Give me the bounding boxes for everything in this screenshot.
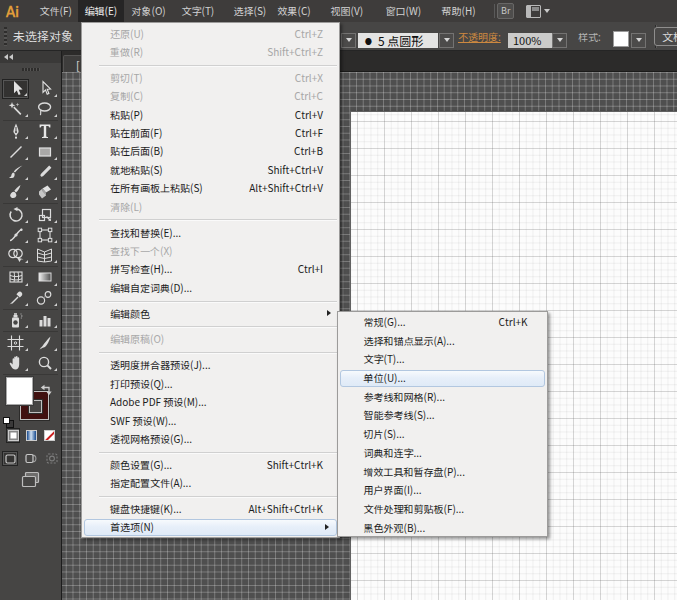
draw-inside-button[interactable] — [44, 451, 60, 466]
menubar-item[interactable]: 窗口(W) — [379, 0, 428, 22]
draw-behind-button[interactable] — [23, 451, 39, 466]
menu-item[interactable]: 首选项(N) — [84, 518, 337, 536]
menu-item[interactable]: 增效工具和暂存盘(P)... — [338, 463, 547, 482]
style-swatch[interactable] — [613, 31, 629, 47]
scale-tool[interactable] — [31, 204, 58, 224]
rotate-tool[interactable] — [2, 204, 29, 224]
menu-item: 复制(C)Ctrl+C — [82, 87, 339, 105]
draw-normal-button[interactable] — [2, 451, 18, 466]
menu-item-label: 还原(U) — [82, 25, 144, 43]
menu-item[interactable]: 编辑颜色 — [82, 305, 339, 323]
pen-tool[interactable] — [2, 121, 29, 141]
menu-separator — [82, 216, 339, 223]
workspace-switcher-button[interactable] — [526, 3, 550, 19]
gradient-tool[interactable] — [31, 267, 58, 287]
bridge-button[interactable]: Br — [497, 3, 514, 19]
menubar-item[interactable]: 帮助(H) — [435, 0, 482, 22]
menu-item[interactable]: 黑色外观(B)... — [338, 519, 547, 538]
menu-item[interactable]: 透明度拼合器预设(J)... — [82, 356, 339, 374]
default-fill-stroke-icon[interactable] — [3, 409, 14, 433]
blend-tool[interactable] — [31, 288, 58, 308]
artboard-tool[interactable] — [2, 333, 29, 353]
menu-item[interactable]: 贴在后面(B)Ctrl+B — [82, 142, 339, 160]
symbol-sprayer-tool[interactable] — [2, 310, 29, 330]
menu-item[interactable]: Adobe PDF 预设(M)... — [82, 393, 339, 411]
blob-brush-tool[interactable] — [2, 182, 29, 202]
menu-item[interactable]: 切片(S)... — [338, 425, 547, 444]
direct-selection-tool[interactable] — [31, 79, 58, 99]
menu-item[interactable]: 打印预设(Q)... — [82, 375, 339, 393]
menu-item[interactable]: 键盘快捷键(K)...Alt+Shift+Ctrl+K — [82, 500, 339, 518]
column-graph-tool[interactable] — [31, 310, 58, 330]
menu-item[interactable]: 在所有画板上粘贴(S)Alt+Shift+Ctrl+V — [82, 179, 339, 197]
menubar-item[interactable]: 文字(T) — [175, 0, 221, 22]
panel-collapse-bar[interactable] — [0, 51, 61, 63]
gradient-button[interactable] — [24, 428, 38, 443]
menu-item[interactable]: 参考线和网格(R)... — [338, 388, 547, 407]
opacity-dropdown-button[interactable] — [552, 33, 567, 48]
toolbar-grip-icon[interactable] — [22, 68, 40, 71]
none-button[interactable] — [42, 428, 56, 443]
mesh-tool[interactable] — [2, 267, 29, 287]
menu-item[interactable]: 就地粘贴(S)Shift+Ctrl+V — [82, 161, 339, 179]
brush-dropdown-button[interactable] — [439, 33, 454, 48]
menu-item[interactable]: 文字(T)... — [338, 350, 547, 369]
shape-builder-tool[interactable] — [2, 245, 29, 265]
free-transform-tool[interactable] — [31, 225, 58, 245]
menubar-item[interactable]: 编辑(E) — [78, 0, 124, 22]
panel-grip-icon[interactable] — [4, 27, 7, 46]
menu-item-label: 用户界面(I)... — [338, 481, 422, 500]
menu-item[interactable]: SWF 预设(W)... — [82, 412, 339, 430]
menu-item[interactable]: 用户界面(I)... — [338, 481, 547, 500]
menubar-item[interactable]: 对象(O) — [125, 0, 172, 22]
menu-item[interactable]: 编辑自定词典(D)... — [82, 279, 339, 297]
opacity-link[interactable]: 不透明度: — [458, 22, 501, 51]
eraser-tool[interactable] — [31, 182, 58, 202]
menu-item-shortcut: Ctrl+B — [294, 142, 339, 160]
menu-item[interactable]: 智能参考线(S)... — [338, 406, 547, 425]
menu-item-label: SWF 预设(W)... — [82, 412, 176, 430]
selection-tool[interactable] — [2, 79, 29, 99]
paintbrush-tool[interactable] — [2, 162, 29, 182]
menubar-item[interactable]: 视图(V) — [324, 0, 370, 22]
menu-item-label: 智能参考线(S)... — [338, 406, 435, 425]
lasso-tool[interactable] — [31, 99, 58, 119]
menu-item[interactable]: 单位(U)... — [340, 369, 545, 388]
document-setup-button[interactable]: 文档设置 — [654, 27, 677, 46]
stroke-weight-dropdown-button[interactable] — [341, 33, 356, 48]
screen-mode-button[interactable] — [0, 471, 62, 489]
menubar-item[interactable]: 选择(S) — [227, 0, 273, 22]
menu-item[interactable]: 贴在前面(F)Ctrl+F — [82, 124, 339, 142]
menu-item-label: 重做(R) — [82, 43, 143, 61]
menu-item[interactable]: 粘贴(P)Ctrl+V — [82, 106, 339, 124]
pencil-tool[interactable] — [31, 162, 58, 182]
menu-item[interactable]: 颜色设置(G)...Shift+Ctrl+K — [82, 456, 339, 474]
menu-item[interactable]: 查找和替换(E)... — [82, 224, 339, 242]
magic-wand-tool[interactable] — [2, 99, 29, 119]
swap-fill-stroke-icon[interactable] — [40, 377, 53, 401]
width-tool[interactable] — [2, 225, 29, 245]
menubar-item[interactable]: 效果(C) — [271, 0, 317, 22]
document-tab[interactable]: [ — [63, 55, 82, 72]
menu-item-label: 在所有画板上粘贴(S) — [82, 179, 203, 197]
line-segment-tool[interactable] — [2, 141, 29, 161]
hand-tool[interactable] — [2, 353, 29, 373]
menu-item[interactable]: 词典和连字... — [338, 444, 547, 463]
rectangle-tool[interactable] — [31, 141, 58, 161]
eyedropper-tool[interactable] — [2, 288, 29, 308]
menu-item[interactable]: 选择和锚点显示(A)... — [338, 332, 547, 351]
menu-item[interactable]: 透视网格预设(G)... — [82, 430, 339, 448]
menubar-item[interactable]: 文件(F) — [33, 0, 78, 22]
brush-definition-field[interactable]: ●5 点圆形 — [358, 33, 438, 48]
perspective-grid-tool[interactable] — [31, 245, 58, 265]
menu-item[interactable]: 文件处理和剪贴板(F)... — [338, 500, 547, 519]
menu-item[interactable]: 常规(G)...Ctrl+K — [338, 313, 547, 332]
zoom-tool[interactable] — [31, 353, 58, 373]
opacity-value-field[interactable]: 100% — [508, 33, 552, 48]
type-tool[interactable] — [31, 121, 58, 141]
menu-item[interactable]: 拼写检查(H)...Ctrl+I — [82, 260, 339, 278]
style-dropdown-button[interactable] — [631, 33, 646, 48]
fill-swatch[interactable] — [5, 376, 34, 406]
slice-tool[interactable] — [31, 333, 58, 353]
menu-item[interactable]: 指定配置文件(A)... — [82, 474, 339, 492]
